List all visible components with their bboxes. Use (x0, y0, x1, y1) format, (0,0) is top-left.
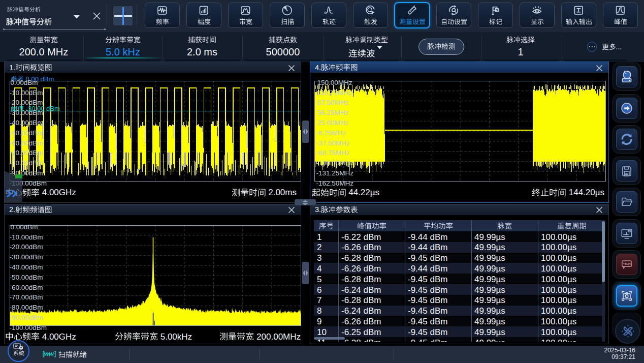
svg-text:SCPI: SCPI (625, 263, 631, 265)
